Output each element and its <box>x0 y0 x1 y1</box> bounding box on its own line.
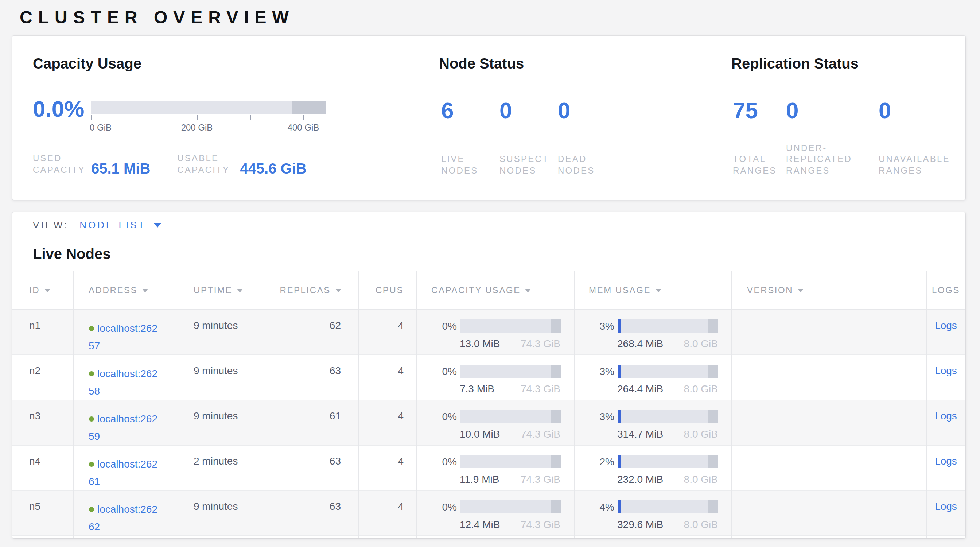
capacity-total-value: 74.3 GiB <box>520 337 560 349</box>
mem-bar-fill <box>617 410 621 423</box>
node-replicas-cell: 63 <box>262 355 358 400</box>
logs-link[interactable]: Logs <box>935 319 957 331</box>
dead-nodes-label: DEAD NODES <box>558 154 609 177</box>
capacity-bar-end-segment <box>550 410 560 423</box>
suspect-nodes-label: SUSPECT NODES <box>500 154 550 177</box>
sort-arrow-icon <box>335 289 341 293</box>
node-address-link[interactable]: localhost:26258 <box>89 364 162 399</box>
used-capacity-value: 65.1 MiB <box>91 161 150 177</box>
mem-usage-bar <box>617 319 718 332</box>
capacity-usage-bar <box>460 319 560 332</box>
node-uptime-cell: 9 minutes <box>176 490 262 535</box>
node-address-cell: localhost:26257 <box>73 309 176 355</box>
logs-link[interactable]: Logs <box>935 364 957 376</box>
col-header-uptime[interactable]: UPTIME <box>176 271 262 309</box>
usable-capacity-label: USABLE CAPACITY <box>177 153 235 176</box>
live-nodes-title: Live Nodes <box>33 246 966 262</box>
capacity-usage-bar-chart: 0 GiB 200 GiB 400 GiB <box>91 101 326 133</box>
node-mem-usage-cell: 4% 329.6 MiB8.0 GiB <box>574 490 731 535</box>
mem-bar-fill <box>617 455 621 468</box>
capacity-percent-value: 0% <box>417 365 460 377</box>
axis-label-0: 0 GiB <box>90 122 111 133</box>
live-nodes-stat: 6 LIVE NODES <box>441 99 492 177</box>
node-address-cell: localhost:26262 <box>73 490 176 535</box>
mem-usage-bar <box>617 410 718 423</box>
node-capacity-usage-cell: 0% 13.0 MiB74.3 GiB <box>416 309 574 355</box>
sort-arrow-icon <box>797 289 803 293</box>
logs-link[interactable]: Logs <box>935 455 957 466</box>
node-uptime-cell: 9 minutes <box>176 309 262 355</box>
node-replicas-cell: 63 <box>262 490 358 535</box>
node-capacity-usage-cell: 0% 12.4 MiB74.3 GiB <box>416 490 574 535</box>
capacity-used-value: 7.3 MiB <box>460 383 495 394</box>
table-row: n1 localhost:26257 9 minutes 62 4 0% 13.… <box>13 309 966 355</box>
col-header-capacity-usage[interactable]: CAPACITY USAGE <box>416 271 574 309</box>
node-version-cell <box>731 490 926 535</box>
node-address-cell: localhost:26258 <box>73 355 176 400</box>
capacity-percent-value: 0% <box>417 320 460 331</box>
node-id-cell: n5 <box>13 490 73 535</box>
node-live-dot-icon <box>89 326 94 331</box>
node-replicas-cell: 61 <box>262 400 358 445</box>
node-address-link[interactable]: localhost:26261 <box>89 455 162 490</box>
capacity-usage-bar <box>460 410 560 423</box>
node-address-link[interactable]: localhost:26259 <box>89 410 162 445</box>
mem-total-value: 8.0 GiB <box>684 518 718 530</box>
capacity-total-value: 74.3 GiB <box>520 473 560 485</box>
node-id-cell: n4 <box>13 445 73 490</box>
node-replicas-cell: 62 <box>262 309 358 355</box>
cluster-summary-card: Capacity Usage 0.0% 0 GiB 200 GiB 400 Gi… <box>13 36 966 200</box>
capacity-percent-value: 0% <box>417 455 460 467</box>
mem-bar-fill <box>617 500 621 513</box>
node-logs-cell: Logs <box>926 309 966 355</box>
node-mem-usage-cell: 3% 268.4 MiB8.0 GiB <box>574 309 731 355</box>
axis-label-400: 400 GiB <box>288 122 320 133</box>
table-header-row: ID ADDRESS UPTIME REPLICAS CPUS CAPACITY… <box>13 271 966 309</box>
logs-link[interactable]: Logs <box>935 410 957 421</box>
node-address-link[interactable]: localhost:26257 <box>89 319 162 354</box>
sort-arrow-icon <box>142 289 148 293</box>
unavailable-ranges-stat: 0 UNAVAILABLE RANGES <box>879 99 955 177</box>
node-uptime-cell: 9 minutes <box>176 355 262 400</box>
node-list-card: VIEW: NODE LIST Live Nodes ID ADDRESS UP… <box>13 212 966 538</box>
col-header-logs: LOGS <box>926 271 966 309</box>
node-address-link[interactable]: localhost:26262 <box>89 500 162 535</box>
view-dropdown-value: NODE LIST <box>80 219 146 231</box>
mem-usage-bar <box>617 364 718 377</box>
table-row: n4 localhost:26261 2 minutes 63 4 0% 11.… <box>13 445 966 490</box>
node-version-cell <box>731 445 926 490</box>
logs-link[interactable]: Logs <box>935 500 957 512</box>
node-logs-cell: Logs <box>926 490 966 535</box>
under-replicated-stat: 0 UNDER-REPLICATED RANGES <box>786 99 862 177</box>
used-capacity-label: USED CAPACITY <box>33 153 87 176</box>
view-selector-bar: VIEW: NODE LIST <box>13 212 966 239</box>
capacity-total-value: 74.3 GiB <box>520 518 560 530</box>
table-row: n5 localhost:26262 9 minutes 63 4 0% 12.… <box>13 490 966 535</box>
col-header-id[interactable]: ID <box>13 271 73 309</box>
capacity-total-value: 74.3 GiB <box>520 428 560 439</box>
node-cpus-cell: 4 <box>358 355 416 400</box>
mem-total-value: 8.0 GiB <box>684 337 718 349</box>
node-live-dot-icon <box>89 507 94 512</box>
view-dropdown[interactable]: NODE LIST <box>80 219 161 231</box>
capacity-used-value: 10.0 MiB <box>460 428 500 439</box>
suspect-nodes-stat: 0 SUSPECT NODES <box>500 99 550 177</box>
node-cpus-cell: 4 <box>358 309 416 355</box>
chevron-down-icon <box>154 223 161 227</box>
col-header-address[interactable]: ADDRESS <box>73 271 176 309</box>
mem-used-value: 268.4 MiB <box>617 337 663 349</box>
col-header-version[interactable]: VERSION <box>731 271 926 309</box>
col-header-mem-usage[interactable]: MEM USAGE <box>574 271 731 309</box>
capacity-bar-track <box>91 101 326 114</box>
mem-bar-fill <box>617 319 621 332</box>
node-address-cell: localhost:26261 <box>73 445 176 490</box>
capacity-used-value: 11.9 MiB <box>460 473 499 485</box>
node-id-cell: n2 <box>13 355 73 400</box>
col-header-replicas[interactable]: REPLICAS <box>262 271 358 309</box>
node-version-cell <box>731 309 926 355</box>
capacity-bar-end-segment <box>550 455 560 468</box>
node-logs-cell: Logs <box>926 445 966 490</box>
node-id-cell: n3 <box>13 400 73 445</box>
node-version-cell <box>731 355 926 400</box>
node-cpus-cell: 4 <box>358 400 416 445</box>
